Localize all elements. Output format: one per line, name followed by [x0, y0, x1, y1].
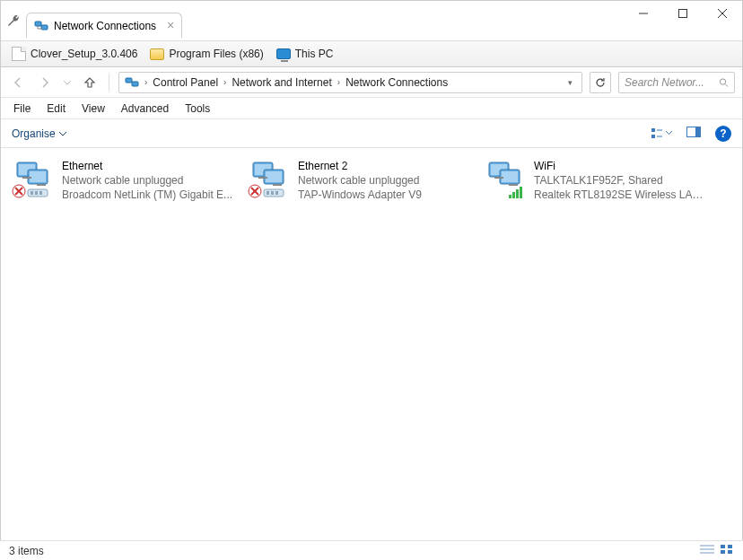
- bookmark-label: Clover_Setup_3.0.406: [31, 48, 137, 60]
- titlebar: Network Connections ×: [1, 1, 742, 40]
- chevron-down-icon: [59, 130, 66, 137]
- network-icon: [125, 75, 139, 90]
- bookmark-item[interactable]: This PC: [276, 48, 334, 60]
- wrench-icon[interactable]: [1, 1, 26, 40]
- svg-rect-47: [509, 184, 518, 186]
- search-input[interactable]: [625, 76, 719, 89]
- connection-status: TALKTALK1F952F, Shared: [534, 173, 709, 188]
- svg-rect-56: [728, 545, 732, 548]
- connection-name: Ethernet: [62, 159, 232, 173]
- close-button[interactable]: [703, 1, 742, 26]
- svg-rect-6: [126, 78, 132, 83]
- svg-rect-41: [275, 191, 278, 195]
- connection-status: Network cable unplugged: [62, 173, 232, 188]
- monitor-icon: [276, 48, 291, 59]
- svg-rect-46: [494, 177, 503, 179]
- close-icon[interactable]: ×: [167, 19, 174, 31]
- network-icon: [34, 19, 48, 33]
- bookmark-item[interactable]: Clover_Setup_3.0.406: [12, 47, 137, 61]
- connection-status: Network cable unplugged: [298, 173, 422, 188]
- chevron-right-icon[interactable]: ›: [222, 77, 228, 87]
- recent-dropdown[interactable]: [62, 73, 73, 92]
- up-button[interactable]: [80, 73, 100, 92]
- menu-file[interactable]: File: [13, 102, 31, 115]
- connection-text: EthernetNetwork cable unpluggedBroadcom …: [62, 159, 232, 203]
- svg-rect-32: [266, 171, 282, 182]
- help-button[interactable]: ?: [715, 126, 731, 142]
- connection-device: TAP-Windows Adapter V9: [298, 188, 422, 202]
- view-mode-button[interactable]: [651, 127, 672, 140]
- connection-text: Ethernet 2Network cable unpluggedTAP-Win…: [298, 159, 422, 203]
- svg-rect-15: [695, 127, 700, 136]
- connection-item[interactable]: Ethernet 2Network cable unpluggedTAP-Win…: [246, 157, 475, 532]
- connection-item[interactable]: WiFiTALKTALK1F952F, SharedRealtek RTL819…: [482, 157, 711, 532]
- breadcrumb[interactable]: › Control Panel › Network and Internet ›…: [118, 72, 582, 93]
- menu-view[interactable]: View: [82, 102, 105, 115]
- svg-rect-57: [721, 550, 725, 554]
- svg-rect-0: [35, 22, 41, 26]
- preview-pane-button[interactable]: [686, 127, 701, 140]
- menu-tools[interactable]: Tools: [185, 102, 210, 115]
- search-box[interactable]: [618, 72, 735, 93]
- svg-rect-7: [132, 82, 138, 86]
- back-button[interactable]: [8, 73, 28, 92]
- menubar: File Edit View Advanced Tools: [1, 98, 742, 119]
- svg-rect-49: [512, 192, 515, 198]
- bookmark-item[interactable]: Program Files (x86): [150, 48, 263, 60]
- connection-name: WiFi: [534, 159, 709, 173]
- bookmarks-bar: Clover_Setup_3.0.406 Program Files (x86)…: [1, 40, 742, 67]
- statusbar: 3 items: [0, 540, 743, 560]
- svg-rect-27: [35, 191, 38, 195]
- forward-button[interactable]: [35, 73, 55, 92]
- maximize-button[interactable]: [663, 1, 703, 26]
- refresh-button[interactable]: [590, 72, 611, 93]
- adapter-icon: [484, 159, 527, 202]
- folder-icon: [150, 48, 164, 60]
- separator: [109, 74, 109, 92]
- item-count: 3 items: [9, 545, 44, 557]
- adapter-icon: [12, 159, 55, 202]
- details-view-button[interactable]: [700, 544, 714, 557]
- breadcrumb-segment[interactable]: Network Connections: [345, 76, 448, 89]
- svg-rect-33: [258, 177, 267, 179]
- svg-rect-28: [39, 191, 42, 195]
- svg-rect-58: [728, 550, 732, 554]
- bookmark-label: Program Files (x86): [169, 48, 263, 60]
- menu-edit[interactable]: Edit: [47, 102, 66, 115]
- svg-rect-55: [721, 545, 725, 548]
- address-row: › Control Panel › Network and Internet ›…: [1, 67, 742, 98]
- svg-rect-20: [22, 177, 31, 179]
- breadcrumb-segment[interactable]: Network and Internet: [232, 76, 331, 89]
- tab-network-connections[interactable]: Network Connections ×: [26, 13, 182, 38]
- chevron-right-icon[interactable]: ›: [336, 77, 342, 87]
- search-icon: [719, 77, 729, 88]
- menu-advanced[interactable]: Advanced: [121, 102, 169, 115]
- chevron-right-icon[interactable]: ›: [143, 77, 149, 87]
- organise-button[interactable]: Organise: [12, 127, 66, 140]
- svg-rect-34: [273, 184, 282, 186]
- svg-rect-19: [30, 171, 46, 182]
- bookmark-label: This PC: [295, 48, 334, 60]
- chevron-down-icon: [666, 130, 672, 136]
- svg-rect-3: [679, 10, 687, 18]
- chevron-down-icon[interactable]: ▾: [564, 78, 576, 87]
- window-controls: [624, 1, 742, 26]
- svg-rect-48: [509, 195, 511, 198]
- tab-title: Network Connections: [54, 20, 156, 32]
- connection-name: Ethernet 2: [298, 159, 422, 173]
- svg-rect-51: [520, 187, 522, 198]
- connection-device: Realtek RTL8192SE Wireless LAN 8...: [534, 188, 709, 202]
- svg-rect-11: [651, 135, 655, 138]
- connection-text: WiFiTALKTALK1F952F, SharedRealtek RTL819…: [534, 159, 709, 203]
- adapter-icon: [248, 159, 291, 202]
- breadcrumb-segment[interactable]: Control Panel: [153, 76, 218, 89]
- connection-item[interactable]: EthernetNetwork cable unpluggedBroadcom …: [10, 157, 239, 532]
- connection-device: Broadcom NetLink (TM) Gigabit E...: [62, 188, 232, 202]
- file-icon: [12, 47, 26, 61]
- svg-line-9: [725, 83, 728, 86]
- content-area[interactable]: EthernetNetwork cable unpluggedBroadcom …: [1, 148, 742, 541]
- svg-rect-39: [267, 191, 269, 195]
- minimize-button[interactable]: [624, 1, 663, 26]
- large-icons-view-button[interactable]: [720, 544, 734, 557]
- svg-rect-40: [271, 191, 274, 195]
